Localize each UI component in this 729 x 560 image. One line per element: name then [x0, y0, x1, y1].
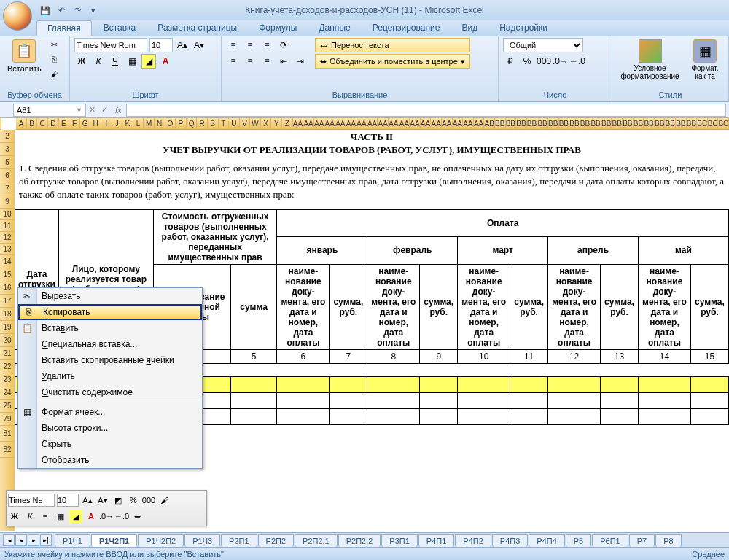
mini-fill-icon[interactable]: ◢ — [69, 510, 82, 523]
mini-merge-icon[interactable]: ⬌ — [130, 510, 144, 523]
row-header[interactable]: 22 — [0, 360, 15, 373]
sheet-tab[interactable]: Р4П1 — [418, 534, 454, 547]
align-top-icon[interactable]: ≡ — [226, 38, 241, 52]
column-header[interactable]: AA — [389, 118, 399, 129]
column-header[interactable]: W — [250, 118, 261, 129]
underline-button[interactable]: Ч — [108, 54, 122, 69]
sheet-tab[interactable]: Р1Ч3 — [184, 534, 220, 547]
sheet-tab[interactable]: Р1Ч2П1 — [91, 534, 137, 547]
sheet-tab[interactable]: Р8 — [655, 534, 681, 547]
column-header[interactable]: T — [219, 118, 230, 129]
column-header[interactable]: BB — [559, 118, 570, 129]
column-header[interactable]: AB — [484, 118, 495, 129]
column-header[interactable]: X — [261, 118, 272, 129]
office-button[interactable] — [3, 1, 32, 31]
column-header[interactable]: F — [69, 118, 80, 129]
mini-comma-icon[interactable]: 000 — [142, 494, 155, 507]
currency-icon[interactable]: ₽ — [503, 54, 518, 69]
row-header[interactable]: 7 — [0, 182, 15, 195]
mini-align-center-icon[interactable]: ≡ — [39, 510, 52, 523]
row-header[interactable]: 13 — [0, 244, 15, 255]
row-header[interactable]: 15 — [0, 268, 15, 281]
column-header[interactable]: BB — [644, 118, 655, 129]
decrease-decimal-icon[interactable]: ←.0 — [570, 54, 585, 69]
column-header[interactable]: D — [48, 118, 59, 129]
font-size-select[interactable] — [149, 38, 173, 52]
column-header[interactable]: BC — [697, 118, 708, 129]
context-menu-item[interactable]: Удалить — [18, 368, 202, 384]
decrease-indent-icon[interactable]: ⇤ — [276, 54, 291, 69]
tab-home[interactable]: Главная — [36, 20, 92, 36]
row-header[interactable]: 17 — [0, 295, 15, 308]
copy-icon[interactable]: ⎘ — [47, 52, 62, 66]
increase-indent-icon[interactable]: ⇥ — [293, 54, 308, 69]
row-header[interactable]: 3 — [0, 143, 15, 156]
column-header[interactable]: AA — [474, 118, 485, 129]
increase-decimal-icon[interactable]: .0→ — [553, 54, 568, 69]
column-header[interactable]: AA — [421, 118, 432, 129]
column-header[interactable]: H — [90, 118, 101, 129]
sheet-tab[interactable]: Р1Ч1 — [55, 534, 90, 547]
row-header[interactable]: 25 — [0, 400, 15, 413]
context-menu-item[interactable]: Специальная вставка... — [18, 336, 202, 352]
row-header[interactable]: 20 — [0, 334, 15, 347]
column-header[interactable]: N — [155, 118, 165, 129]
mini-inc-decimal-icon[interactable]: .0→ — [100, 510, 113, 523]
tab-formulas[interactable]: Формулы — [249, 20, 307, 36]
tab-view[interactable]: Вид — [451, 20, 488, 36]
context-menu-item[interactable]: 📋Вставить — [18, 320, 202, 336]
row-header[interactable]: 16 — [0, 281, 15, 295]
fill-color-button[interactable]: ◢ — [141, 54, 156, 69]
column-header[interactable]: S — [208, 118, 219, 129]
column-header[interactable]: BB — [676, 118, 687, 129]
first-sheet-icon[interactable]: |◂ — [3, 534, 15, 546]
sheet-tab[interactable]: Р4П2 — [455, 534, 491, 547]
column-header[interactable]: Z — [282, 118, 293, 129]
sheet-tab[interactable]: Р2П2 — [258, 534, 294, 547]
column-header[interactable]: AA — [410, 118, 421, 129]
row-header[interactable]: 14 — [0, 255, 15, 268]
column-header[interactable]: K — [122, 118, 133, 129]
column-header[interactable]: AA — [463, 118, 474, 129]
context-menu-item[interactable]: ⎘Копировать — [18, 304, 202, 320]
formula-input[interactable] — [126, 104, 726, 117]
enter-icon[interactable]: ✓ — [101, 105, 108, 114]
border-button[interactable]: ▦ — [125, 54, 139, 69]
sheet-tab[interactable]: Р4П3 — [492, 534, 528, 547]
tab-insert[interactable]: Вставка — [93, 20, 147, 36]
mini-format-painter-icon[interactable]: 🖌 — [157, 494, 171, 507]
column-header[interactable]: A — [16, 118, 27, 129]
column-header[interactable]: I — [101, 118, 112, 129]
undo-icon[interactable]: ↶ — [55, 4, 67, 16]
context-menu-item[interactable]: Отобразить — [18, 452, 202, 468]
row-header[interactable]: 24 — [0, 386, 15, 400]
sheet-tab[interactable]: Р6П1 — [592, 534, 628, 547]
last-sheet-icon[interactable]: ▸| — [40, 534, 52, 546]
paste-button[interactable]: 📋 Вставить — [4, 38, 44, 74]
column-header[interactable]: BB — [548, 118, 559, 129]
format-painter-icon[interactable]: 🖌 — [47, 67, 62, 80]
sheet-tab[interactable]: Р5 — [566, 534, 591, 547]
column-header[interactable]: BB — [569, 118, 580, 129]
fx-icon[interactable]: fx — [115, 106, 122, 114]
context-menu-item[interactable]: Высота строки... — [18, 420, 202, 436]
qat-customize-icon[interactable]: ▾ — [87, 4, 99, 16]
column-header[interactable]: V — [240, 118, 251, 129]
column-header[interactable]: BB — [590, 118, 601, 129]
row-header[interactable]: 79 — [0, 413, 15, 426]
redo-icon[interactable]: ↷ — [71, 4, 83, 16]
context-menu-item[interactable]: Очистить содержимое — [18, 384, 202, 400]
row-header[interactable]: 23 — [0, 373, 15, 386]
column-header[interactable]: M — [144, 118, 155, 129]
column-header[interactable]: G — [80, 118, 91, 129]
merge-center-button[interactable]: ⬌ Объединить и поместить в центре ▾ — [315, 54, 470, 69]
column-header[interactable]: Y — [271, 118, 282, 129]
comma-icon[interactable]: 000 — [537, 54, 551, 69]
context-menu-item[interactable]: Скрыть — [18, 436, 202, 452]
column-header[interactable]: R — [197, 118, 208, 129]
row-header[interactable]: 6 — [0, 169, 15, 182]
orientation-icon[interactable]: ⟳ — [276, 38, 291, 52]
column-header[interactable]: AA — [293, 118, 304, 129]
column-header[interactable]: BB — [495, 118, 506, 129]
column-header[interactable]: AA — [367, 118, 378, 129]
